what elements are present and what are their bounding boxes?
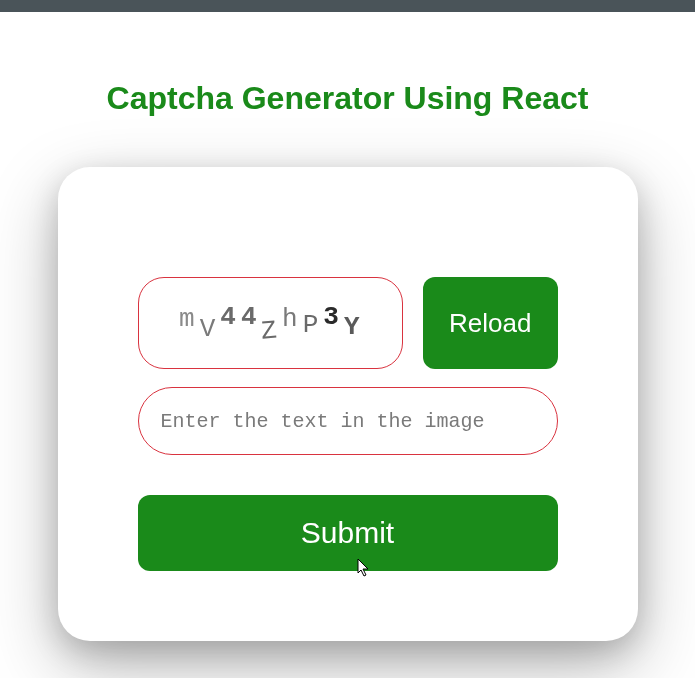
captcha-display: mV44ZhP3Y <box>138 277 404 369</box>
captcha-char: Y <box>344 312 362 342</box>
top-bar <box>0 0 695 12</box>
captcha-char: Z <box>260 315 280 346</box>
page-title: Captcha Generator Using React <box>0 80 695 117</box>
captcha-char: h <box>282 304 300 334</box>
submit-button[interactable]: Submit <box>138 495 558 571</box>
captcha-row: mV44ZhP3Y Reload <box>138 277 558 369</box>
captcha-char: 4 <box>220 302 238 332</box>
reload-button[interactable]: Reload <box>423 277 557 369</box>
captcha-char: V <box>200 314 218 344</box>
captcha-input[interactable] <box>138 387 558 455</box>
captcha-char: m <box>179 304 197 334</box>
captcha-char: 4 <box>241 302 259 332</box>
captcha-char: P <box>303 310 321 340</box>
captcha-text: mV44ZhP3Y <box>179 308 361 338</box>
captcha-char: 3 <box>323 302 341 332</box>
captcha-card: mV44ZhP3Y Reload Submit <box>58 167 638 641</box>
